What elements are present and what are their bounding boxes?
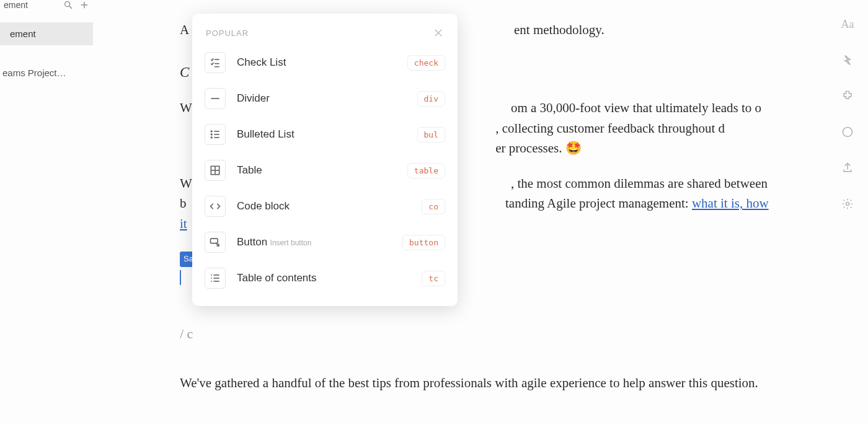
right-rail: Aa [838, 17, 857, 211]
settings-icon[interactable] [841, 197, 854, 211]
svg-point-26 [843, 128, 852, 137]
popup-item-label: Button [237, 236, 267, 248]
add-icon[interactable] [79, 0, 89, 10]
svg-point-10 [211, 131, 212, 132]
link-what-it-is[interactable]: what it is, how [692, 196, 769, 211]
divider-icon [205, 88, 226, 109]
sidebar-item-active[interactable]: ement [0, 22, 93, 45]
table-icon [205, 160, 226, 181]
sidebar-item-teams-project[interactable]: eams Project… [0, 61, 93, 84]
popup-item-shortcut: div [417, 91, 445, 107]
popup-item-divider[interactable]: Divider div [192, 81, 458, 116]
lightning-icon[interactable] [841, 53, 854, 67]
button-icon [205, 232, 226, 253]
text: er processes. 🤩 [495, 141, 582, 156]
svg-point-27 [846, 203, 849, 206]
link-continuation[interactable]: it [180, 216, 187, 231]
text: , collecting customer feedback throughou… [495, 121, 725, 136]
popup-item-label: Table [237, 164, 262, 176]
slash-command-input[interactable]: / c [180, 323, 775, 344]
popup-item-label: Check List [237, 56, 286, 68]
sidebar-top-row: ement [0, 0, 93, 10]
text: om a 30,000-foot view that ultimately le… [511, 100, 761, 115]
svg-point-0 [65, 2, 70, 7]
popup-item-button[interactable]: Button Insert button button [192, 224, 458, 260]
popup-item-shortcut: table [407, 163, 445, 178]
share-icon[interactable] [841, 161, 854, 175]
svg-rect-19 [211, 239, 218, 243]
popup-item-shortcut: check [407, 55, 445, 71]
text: ent methodology. [514, 22, 604, 37]
popup-item-shortcut: co [422, 199, 445, 214]
popup-item-check-list[interactable]: Check List check [192, 45, 458, 81]
text: A [180, 22, 188, 37]
check-list-icon [205, 52, 226, 73]
text: experience to help answer this question. [547, 375, 758, 390]
workspace-title: ement [4, 0, 57, 10]
spelling-mark[interactable]: agile [521, 375, 547, 390]
popup-item-label: Divider [237, 92, 270, 104]
paragraph[interactable]: We've gathered a handful of the best tip… [180, 373, 775, 393]
popup-item-sublabel: Insert button [270, 239, 312, 247]
popup-item-code-block[interactable]: Code block co [192, 188, 458, 224]
popup-item-shortcut: bul [417, 127, 445, 142]
popup-section-label: POPULAR [206, 28, 249, 38]
popup-item-bulleted-list[interactable]: Bulleted List bul [192, 116, 458, 152]
popup-header: POPULAR [192, 22, 458, 45]
svg-line-1 [69, 6, 72, 9]
popup-item-label: Bulleted List [237, 128, 294, 140]
text: We've gathered a handful of the best tip… [180, 375, 521, 390]
popup-item-shortcut: tc [422, 271, 445, 286]
typography-icon[interactable]: Aa [841, 17, 854, 31]
svg-point-12 [211, 134, 212, 135]
code-block-icon [205, 196, 226, 217]
svg-point-14 [211, 137, 212, 138]
text: W [180, 100, 192, 115]
popup-item-label: Table of contents [237, 272, 317, 284]
popup-item-shortcut: button [402, 235, 445, 250]
left-sidebar: ement ement eams Project… [0, 0, 93, 425]
popup-item-label: Code block [237, 200, 290, 212]
bulleted-list-icon [205, 124, 226, 145]
comments-icon[interactable] [841, 125, 854, 139]
text: tanding Agile project management: [505, 196, 692, 211]
close-icon[interactable] [433, 27, 444, 38]
popup-item-table[interactable]: Table table [192, 152, 458, 188]
text: W [180, 176, 192, 191]
extension-icon[interactable] [841, 89, 854, 103]
slash-command-popup: POPULAR Check List check Divider div Bul… [192, 14, 458, 306]
search-icon[interactable] [63, 0, 73, 10]
table-of-contents-icon [205, 268, 226, 289]
popup-item-table-of-contents[interactable]: Table of contents tc [192, 260, 458, 296]
